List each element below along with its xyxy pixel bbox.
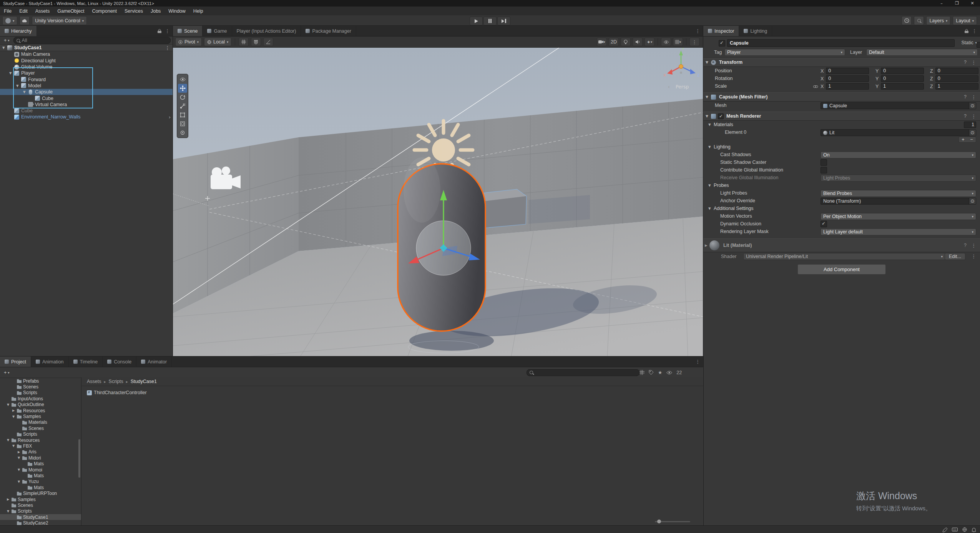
layers-dropdown[interactable]: Layers ▾ [926,16,950,25]
globe-icon[interactable] [962,527,967,532]
tab-hierarchy[interactable]: Hierarchy [0,26,37,36]
fold-arrow[interactable]: ▼ [12,415,17,418]
fold-arrow[interactable]: ▶ [7,498,12,501]
cloud-button[interactable] [20,16,30,25]
lock-icon[interactable] [965,29,968,33]
breadcrumb-scripts[interactable]: Scripts [109,379,123,384]
project-folder-row[interactable]: ▼FBX [0,443,81,449]
project-folder-row[interactable]: ▶Resources [0,408,81,413]
project-folder-row[interactable]: Mats [0,473,81,478]
scene-effects-button[interactable]: ✦▾ [644,38,654,46]
search-button[interactable] [914,16,924,25]
static-checkbox[interactable] [977,42,980,48]
help-icon[interactable]: ? [964,60,967,65]
tab-inspector[interactable]: Inspector [703,26,739,36]
panel-menu-icon[interactable]: ⋮ [695,28,700,34]
scene-visibility-button[interactable] [661,38,671,46]
materials-foldout[interactable]: ▼ Materials 1 [703,121,980,128]
fold-arrow[interactable]: ▶ [12,409,17,412]
project-folder-row[interactable]: SimpleURPToon [0,490,81,496]
hierarchy-row[interactable]: ▼Capsule [0,89,173,95]
pen-icon[interactable] [942,527,947,532]
fold-arrow[interactable]: ▼ [706,60,711,64]
tag-dropdown[interactable]: Player▾ [724,49,845,56]
project-folder-row[interactable]: Scripts [0,390,81,396]
position-y-field[interactable]: 0 [881,68,924,74]
transform-component-header[interactable]: ▼ Transform ?⋮ [703,58,980,67]
create-asset-button[interactable]: +▾ [2,370,11,375]
additional-settings-foldout[interactable]: ▼Additional Settings [703,205,980,212]
active-checkbox[interactable] [719,40,725,47]
persp-label[interactable]: Persp [676,84,689,90]
menu-assets[interactable]: Assets [32,8,54,14]
project-folder-row[interactable]: Scenes [0,425,81,431]
rotate-tool-button[interactable] [178,93,187,102]
lighting-foldout[interactable]: ▼Lighting [703,143,980,151]
tab-game[interactable]: Game [203,26,232,36]
hierarchy-row[interactable]: Virtual Camera [0,102,173,108]
scene-lighting-button[interactable] [621,38,631,46]
project-folder-row[interactable]: Scenes [0,502,81,508]
hierarchy-row[interactable]: Global Volume [0,64,173,70]
project-folder-row[interactable]: Scenes [0,384,81,390]
gizmos-menu-button[interactable]: ⋮ [689,38,699,46]
hierarchy-row[interactable]: Main Camera [0,51,173,57]
menu-window[interactable]: Window [164,8,189,14]
mesh-filter-component-header[interactable]: ▼ Capsule (Mesh Filter) ?⋮ [703,92,980,102]
panel-menu-icon[interactable]: ⋮ [165,28,170,34]
save-search-star-icon[interactable]: ★ [658,370,662,375]
transform-tool-button[interactable] [178,119,187,128]
tab-animation[interactable]: Animation [31,356,69,367]
rotation-y-field[interactable]: 0 [881,75,924,82]
scene-options-icon[interactable]: ⋮ [165,45,170,51]
play-button[interactable] [470,17,483,25]
prefab-open-icon[interactable]: › [169,114,171,120]
project-folder-row[interactable]: ▼Midori [0,455,81,461]
project-folder-row[interactable]: Mats [0,485,81,490]
fold-arrow[interactable]: ▼ [7,403,12,406]
hierarchy-row[interactable]: ▼StudyCase1⋮ [0,45,173,51]
breadcrumb-current[interactable]: StudyCase1 [131,379,157,384]
thumbnail-zoom-slider[interactable] [655,521,690,522]
custom-tools-button[interactable] [178,128,187,137]
project-folder-row[interactable]: ▶Samples [0,496,81,502]
tab-console[interactable]: Console [103,356,136,367]
project-search-input[interactable] [527,369,639,376]
fold-arrow[interactable]: ▼ [16,84,21,88]
hidden-packages-eye-icon[interactable] [666,371,672,375]
component-menu-icon[interactable]: ⋮ [971,113,976,119]
receive-global-illumination-dropdown[interactable]: Light Probes▾ [821,175,976,182]
hierarchy-row[interactable]: ▼Model [0,83,173,89]
hierarchy-row[interactable]: Directional Light [0,58,173,64]
notification-bell-icon[interactable] [972,527,976,532]
tab-scene[interactable]: Scene [173,26,203,36]
object-picker-icon[interactable]: ⊙ [969,103,976,109]
project-folder-row[interactable]: StudyCase2 [0,520,81,525]
project-folder-row[interactable]: Mats [0,461,81,466]
panel-menu-icon[interactable]: ⋮ [972,28,977,34]
project-folder-row[interactable]: ▼Scripts [0,508,81,514]
grid-visibility-button[interactable]: ▾ [673,38,683,46]
move-tool-button[interactable] [178,84,187,93]
toggle-2d-button[interactable]: 2D [609,38,619,46]
menu-help[interactable]: Help [189,8,207,14]
handle-rotation-dropdown[interactable]: Local▾ [204,38,231,46]
dynamic-occlusion-checkbox[interactable] [821,221,827,227]
fold-arrow[interactable]: ▶ [705,243,708,247]
version-control-button[interactable]: Unity Version Control ▾ [32,16,87,25]
project-tree-scrollbar[interactable] [78,439,80,478]
shader-menu-icon[interactable]: ⋮ [971,253,976,259]
menu-gameobject[interactable]: GameObject [53,8,88,14]
layout-dropdown[interactable]: Layout ▾ [953,16,977,25]
menu-file[interactable]: File [0,8,15,14]
component-menu-icon[interactable]: ⋮ [971,243,976,248]
anchor-override-object-field[interactable]: None (Transform)⊙ [821,198,976,205]
rotation-x-field[interactable]: 0 [826,75,869,82]
project-folder-row[interactable]: InputActions [0,396,81,401]
component-menu-icon[interactable]: ⋮ [971,94,976,100]
grid-snap-button[interactable] [239,38,249,46]
fold-arrow[interactable]: ▼ [706,114,711,118]
position-x-field[interactable]: 0 [826,68,869,74]
pivot-dropdown[interactable]: Pivot▾ [175,38,202,46]
edit-shader-button[interactable]: Edit... [945,253,965,260]
